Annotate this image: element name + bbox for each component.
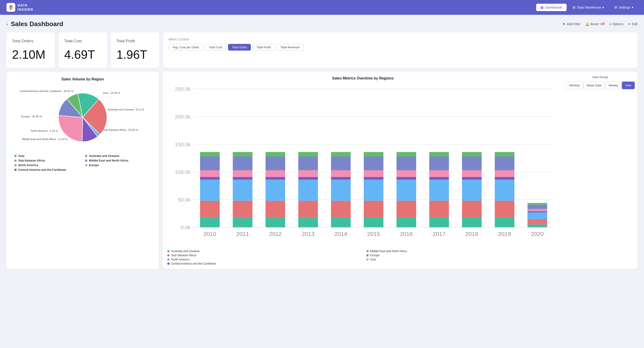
pie-legend-item-3: Middle East and North Africa [85,159,151,162]
svg-rect-94 [528,212,547,219]
boost-button[interactable]: 🔔 Boost: Off [585,22,604,26]
svg-rect-14 [200,180,220,201]
svg-rect-96 [528,209,547,211]
bar-legend-item-2: Sub-Saharan Africa [167,254,360,257]
mc-btn-0[interactable]: Avg. Cost per Order [168,44,203,51]
dr-btn-2[interactable]: Weekly [605,82,622,89]
metric-value-profit: 1.96T [116,48,154,62]
pie-legend: AsiaAustralia and OceaniaSub-Saharan Afr… [12,154,154,171]
page-title: Sales Dashboard [11,20,63,28]
date-range-label: Date Range [566,75,635,79]
edit-button[interactable]: ✏ Edit [628,22,638,26]
legend-dot-6 [14,169,17,171]
svg-rect-28 [266,217,285,227]
svg-rect-13 [200,201,220,217]
mc-btn-1[interactable]: Total Cost [205,44,226,51]
nav-dashboards[interactable]: ▦ Dashboards [536,4,566,11]
svg-rect-85 [495,201,514,217]
legend-label-0: Asia [18,154,24,158]
svg-rect-88 [495,170,514,177]
dashboards-icon: ▦ [540,5,544,10]
pie-legend-item-1: Australia and Oceania [85,154,151,158]
legend-dot-4 [14,164,17,166]
bar-legend-label-6: Central America and the Caribbean [171,262,216,265]
bar-legend-item-5: Asia [366,258,558,261]
svg-rect-98 [528,203,547,204]
svg-rect-20 [233,217,252,227]
right-panel: Sales Metrics Overtime by Regions 0.0k50… [162,72,638,269]
pie-label-3: Sub-Saharan Africa : 25.95 % [103,129,138,131]
bar-legend-label-5: Asia [370,258,376,261]
pie-label-2: Australia and Oceania : 8.11 % [108,108,144,111]
bar-legend-item-1: Middle East and North Africa [366,250,558,253]
svg-text:2015: 2015 [367,231,380,237]
bar-legend-dot-5 [366,258,369,261]
svg-rect-52 [364,217,384,227]
svg-rect-23 [233,177,252,180]
legend-dot-1 [85,155,87,157]
bar-chart-container: 0.0k50.0k100.0k150.0k200.0k250.0k2010201… [167,84,558,247]
legend-label-4: North America [18,164,38,167]
mc-btn-3[interactable]: Total Profit [253,44,275,51]
dr-btn-1[interactable]: Week Date [583,82,605,89]
legend-dot-3 [85,159,87,162]
svg-rect-87 [495,177,514,180]
bar-legend-label-3: Europe [370,254,380,257]
logo-icon: 🦉 [6,3,15,12]
legend-dot-5 [85,164,87,166]
svg-rect-31 [266,177,285,180]
header-nav: ▦ Dashboards ⊞ Data Warehouse ▾ ⚙ Settin… [536,4,638,11]
svg-rect-45 [331,201,351,217]
bell-icon: 🔔 [585,22,589,26]
options-button[interactable]: ≡ Options [609,22,623,26]
pie-container: Central America and the Caribbean : 10.8… [12,85,154,150]
bar-legend: Australia and OceaniaMiddle East and Nor… [167,250,558,265]
svg-rect-74 [429,152,449,156]
pie-label-5: North America : 2.16 % [31,129,58,132]
back-button[interactable]: ‹ [6,22,8,27]
header: 🦉 DATA INSIDER ▦ Dashboards ⊞ Data Wareh… [0,0,644,15]
nav-data-warehouse[interactable]: ⊞ Data Warehouse ▾ [568,4,608,11]
svg-rect-57 [364,156,384,170]
svg-text:2018: 2018 [466,231,478,237]
svg-rect-62 [396,180,416,201]
metric-card-profit: Total Profit 1.96T [111,32,160,68]
svg-rect-55 [364,177,384,180]
legend-dot-2 [14,159,17,162]
svg-rect-79 [462,177,482,180]
svg-rect-65 [396,156,416,170]
metric-label-orders: Total Orders [12,39,50,44]
add-filter-button[interactable]: ▼ Add Filter [562,22,581,26]
svg-rect-53 [364,201,384,217]
pie-labels-wrap: Central America and the Caribbean : 10.8… [18,85,147,150]
svg-rect-82 [462,152,482,156]
bar-section: Sales Metrics Overtime by Regions 0.0k50… [162,72,563,269]
settings-icon: ⚙ [614,5,617,10]
metric-card-cost: Total Cost 4.69T [59,32,107,68]
dr-btn-0[interactable]: Monthly [566,82,584,89]
dr-btn-3[interactable]: Year [622,82,635,89]
svg-rect-29 [266,201,285,217]
svg-rect-41 [298,156,318,170]
mc-btn-4[interactable]: Total Revenue [276,44,304,51]
svg-rect-22 [233,180,252,201]
svg-text:2017: 2017 [433,231,445,237]
svg-text:100.0k: 100.0k [175,169,191,175]
svg-rect-80 [462,170,482,177]
svg-rect-26 [233,152,252,156]
svg-rect-64 [396,170,416,177]
bar-legend-dot-1 [366,250,369,252]
options-icon: ≡ [609,22,611,26]
svg-rect-12 [200,217,220,227]
svg-rect-36 [298,217,318,227]
bar-legend-label-4: North America [171,258,190,261]
mc-btn-2[interactable]: Total Order [228,44,250,51]
nav-settings[interactable]: ⚙ Settings ▾ [610,4,638,11]
pie-legend-item-5: Europe [85,164,151,167]
svg-rect-61 [396,201,416,217]
svg-rect-25 [233,156,252,170]
metric-label-profit: Total Profit [116,39,154,44]
page-title-area: ‹ Sales Dashboard [6,20,63,28]
metric-row: Total Orders 2.10M Total Cost 4.69T Tota… [6,32,638,68]
bar-legend-item-3: Europe [366,254,558,257]
